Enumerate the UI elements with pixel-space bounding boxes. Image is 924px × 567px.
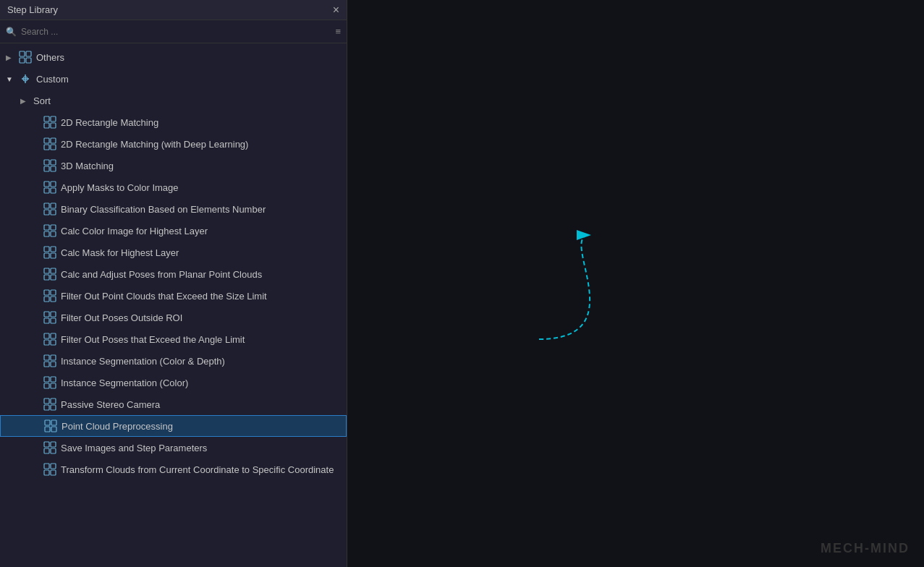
sidebar-item-binary-class[interactable]: Binary Classification Based on Elements … [0,198,347,220]
step-icon [43,224,56,237]
svg-rect-51 [44,355,49,360]
sidebar-item-calc-adjust[interactable]: Calc and Adjust Poses from Planar Point … [0,263,347,285]
sidebar-item-filter-size[interactable]: Filter Out Point Clouds that Exceed the … [0,285,347,307]
sidebar-item-inst-seg-c[interactable]: Instance Segmentation (Color) [0,372,347,393]
svg-rect-43 [44,312,49,317]
svg-rect-42 [51,297,56,302]
sidebar-item-others[interactable]: ▶ Others [0,46,347,68]
sidebar-item-filter-roi[interactable]: Filter Out Poses Outside ROI [0,307,347,328]
svg-rect-61 [44,405,49,410]
svg-rect-47 [44,333,49,338]
svg-rect-19 [44,182,49,187]
step-icon [43,116,56,129]
step-icon [43,376,56,389]
sidebar-item-calc-mask[interactable]: Calc Mask for Highest Layer [0,242,347,263]
svg-rect-23 [44,203,49,208]
svg-rect-67 [44,442,49,447]
svg-rect-21 [44,188,49,193]
sort-label: Sort [33,95,51,106]
custom-icon [19,72,32,85]
step-icon [44,419,57,432]
point-cloud-pp-label: Point Cloud Preprocessing [62,421,173,432]
svg-rect-8 [51,116,56,122]
svg-rect-50 [51,340,56,345]
sidebar-item-calc-color[interactable]: Calc Color Image for Highest Layer [0,220,347,242]
svg-rect-30 [51,231,56,236]
step-icon [43,289,56,302]
svg-rect-26 [51,210,56,215]
sidebar-item-sort[interactable]: ▶ Sort [0,90,347,111]
svg-rect-16 [51,160,56,165]
calc-adjust-label: Calc and Adjust Poses from Planar Point … [61,269,262,280]
svg-rect-34 [51,253,56,258]
inst-seg-c-label: Instance Segmentation (Color) [61,378,188,388]
step-icon [43,311,56,324]
svg-rect-22 [51,188,56,193]
step-icon [43,398,56,411]
svg-rect-49 [44,340,49,345]
svg-rect-11 [44,138,49,143]
sidebar-item-rect-match[interactable]: 2D Rectangle Matching [0,111,347,133]
sidebar-item-custom[interactable]: ▼ Custom [0,68,347,90]
svg-rect-9 [44,123,49,128]
svg-rect-48 [51,333,56,338]
filter-roi-label: Filter Out Poses Outside ROI [61,312,182,323]
others-label: Others [36,52,64,63]
sidebar-item-transform-clouds[interactable]: Transform Clouds from Current Coordinate… [0,459,347,480]
filter-icon[interactable]: ≡ [335,26,341,37]
svg-rect-14 [51,145,56,150]
3d-match-label: 3D Matching [61,161,114,171]
search-input[interactable] [21,27,331,37]
sidebar-item-filter-angle[interactable]: Filter Out Poses that Exceed the Angle L… [0,328,347,350]
svg-rect-15 [44,160,49,165]
step-icon [43,137,56,150]
sidebar-title: Step Library [7,4,58,15]
svg-rect-52 [51,355,56,360]
passive-stereo-label: Passive Stereo Camera [61,399,160,410]
sidebar-item-passive-stereo[interactable]: Passive Stereo Camera [0,393,347,415]
svg-rect-24 [51,203,56,208]
save-images-label: Save Images and Step Parameters [61,443,207,453]
binary-class-label: Binary Classification Based on Elements … [61,204,266,215]
expand-arrow-custom: ▼ [6,75,14,83]
svg-rect-38 [51,275,56,280]
svg-rect-7 [44,116,49,122]
step-icon [43,202,56,216]
svg-rect-63 [45,420,50,425]
svg-rect-44 [51,312,56,317]
expand-arrow-others: ▶ [6,54,14,61]
svg-rect-35 [44,268,49,273]
sidebar-item-point-cloud-pp[interactable]: Point Cloud Preprocessing [0,415,347,437]
svg-rect-3 [26,58,31,63]
svg-rect-20 [51,182,56,187]
svg-rect-39 [44,290,49,295]
expand-arrow-sort: ▶ [20,97,29,105]
step-icon [43,159,56,172]
svg-rect-18 [51,166,56,171]
svg-rect-60 [51,398,56,404]
sidebar-item-rect-match-dl[interactable]: 2D Rectangle Matching (with Deep Learnin… [0,133,347,155]
sidebar-item-apply-masks[interactable]: Apply Masks to Color Image [0,176,347,198]
svg-rect-29 [44,231,49,236]
svg-rect-68 [51,442,56,447]
sidebar-item-3d-match[interactable]: 3D Matching [0,155,347,176]
transform-clouds-label: Transform Clouds from Current Coordinate… [61,464,334,475]
search-bar: 🔍 ≡ [0,20,347,43]
svg-rect-62 [51,405,56,410]
svg-rect-37 [44,275,49,280]
step-icon [43,181,56,194]
svg-rect-36 [51,268,56,273]
svg-rect-12 [51,138,56,143]
apply-masks-label: Apply Masks to Color Image [61,182,179,193]
close-button[interactable]: × [333,4,339,16]
sidebar-item-save-images[interactable]: Save Images and Step Parameters [0,437,347,459]
svg-rect-46 [51,318,56,323]
step-icon [43,333,56,346]
svg-rect-59 [44,398,49,404]
svg-rect-69 [44,448,49,453]
watermark: MECH-MIND [821,541,910,556]
svg-rect-2 [20,58,25,63]
svg-rect-17 [44,166,49,171]
sidebar-item-inst-seg-cd[interactable]: Instance Segmentation (Color & Depth) [0,350,347,372]
svg-rect-32 [51,247,56,252]
